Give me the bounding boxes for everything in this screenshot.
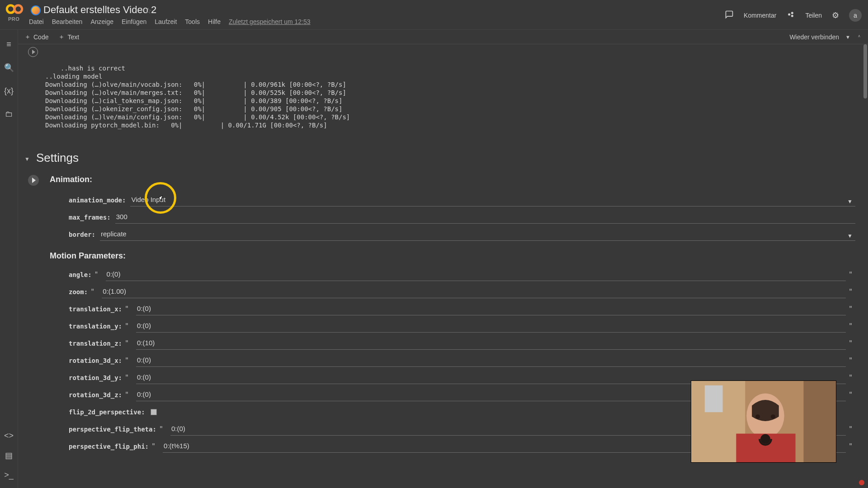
svg-point-11 [755,414,760,419]
quote-icon: " [846,425,855,433]
quote-icon: " [122,322,132,330]
dropdown-caret-icon: ▼ [847,233,853,239]
vertical-scrollbar[interactable] [863,44,867,99]
share-button[interactable]: Teilen [805,12,822,19]
quote-icon: " [122,391,132,399]
comment-icon[interactable] [725,10,734,21]
svg-point-2 [788,13,791,15]
svg-rect-7 [803,381,836,462]
animation-mode-label: animation_mode: [69,197,126,204]
collapse-toolbar-icon[interactable]: ＾ [857,33,862,40]
menu-runtime[interactable]: Laufzeit [155,18,177,25]
translation-y-label: translation_y: [69,323,122,330]
quote-icon: " [846,442,855,450]
add-text-button[interactable]: ＋ Text [58,33,79,41]
share-icon[interactable] [786,10,795,21]
files-icon[interactable]: 🗀 [5,109,13,119]
code-snippets-icon[interactable]: <> [4,431,14,441]
section-title: Settings [36,151,859,165]
cell-output: ..hash is correct ..loading model Downlo… [18,44,868,141]
animation-heading: Animation: [50,175,855,184]
svg-point-4 [791,14,793,17]
reconnect-caret-icon[interactable]: ▼ [845,34,850,40]
quote-icon: " [122,339,132,347]
settings-icon[interactable]: ⚙ [832,10,839,20]
field-zoom: zoom: " " [50,282,855,300]
menu-insert[interactable]: Einfügen [122,18,146,25]
zoom-input[interactable] [102,286,846,298]
run-cell-button[interactable] [28,47,38,57]
toc-icon[interactable]: ≡ [6,40,11,49]
terminal-icon[interactable]: >_ [4,470,14,480]
star-icon[interactable]: ☆ [145,6,152,16]
menu-view[interactable]: Anzeige [90,18,113,25]
quote-icon: " [122,357,132,365]
field-translation-y: translation_y: " " [50,317,855,334]
border-select[interactable]: replicate ▼ [100,228,855,241]
variables-icon[interactable]: {x} [4,86,14,96]
angle-input[interactable] [106,268,846,281]
run-animation-button[interactable] [28,175,39,186]
notebook-toolbar: ＋ Code ＋ Text Wieder verbinden ▼ ＾ [18,30,868,44]
quote-icon: " [846,374,855,382]
menu-file[interactable]: Datei [29,18,44,25]
translation-x-input[interactable] [136,303,846,315]
field-translation-x: translation_x: " " [50,300,855,317]
colab-logo [5,2,24,16]
quote-icon: " [92,271,101,279]
border-value: replicate [101,230,127,238]
comment-button[interactable]: Kommentar [744,12,776,19]
animation-mode-select[interactable]: Video Input ▼ [130,194,855,206]
document-title[interactable]: Defaukt erstelltes Video 2 [43,4,156,16]
flip-phi-label: perspective_flip_phi: [69,443,149,450]
add-code-button[interactable]: ＋ Code [24,33,48,41]
mouse-cursor-icon [159,196,165,205]
menu-help[interactable]: Hilfe [208,18,221,25]
rotation-3d-x-label: rotation_3d_x: [69,357,122,364]
left-rail: ≡ 🔍 {x} 🗀 <> ▤ >_ [0,30,18,488]
quote-icon: " [846,305,855,313]
angle-label: angle: [69,271,92,278]
quote-icon: " [122,374,132,382]
border-label: border: [69,231,95,238]
flip-2d-label: flip_2d_perspective: [69,408,145,416]
search-icon[interactable]: 🔍 [4,63,14,73]
svg-rect-8 [705,385,723,412]
reconnect-button[interactable]: Wieder verbinden [789,33,839,41]
field-animation-mode: animation_mode: Video Input ▼ [50,191,855,208]
autosave-status[interactable]: Zuletzt gespeichert um 12:53 [229,18,311,25]
header-actions: Kommentar Teilen ⚙ a [725,9,862,22]
section-caret-icon[interactable]: ▼ [24,156,30,162]
translation-x-label: translation_x: [69,305,122,313]
field-rotation-3d-x: rotation_3d_x: " " [50,351,855,368]
flip-2d-checkbox[interactable] [151,409,157,415]
quote-icon: " [846,322,855,330]
quote-icon: " [846,271,855,279]
field-translation-z: translation_z: " " [50,334,855,351]
rotation-3d-y-label: rotation_3d_y: [69,374,122,381]
pro-badge: PRO [8,16,19,22]
translation-z-input[interactable] [136,337,846,350]
section-settings: ▼ Settings [18,141,868,167]
svg-point-3 [791,12,793,14]
svg-point-12 [771,414,775,419]
field-border: border: replicate ▼ [50,225,855,242]
translation-y-input[interactable] [136,320,846,333]
status-indicator-icon [859,480,864,485]
app-header: PRO Defaukt erstelltes Video 2 ☆ Datei B… [0,0,868,30]
menu-edit[interactable]: Bearbeiten [52,18,83,25]
add-code-label: Code [33,33,48,41]
add-text-label: Text [67,33,79,41]
rotation-3d-x-input[interactable] [136,354,846,367]
menu-tools[interactable]: Tools [185,18,200,25]
field-max-frames: max_frames: [50,208,855,225]
quote-icon: " [88,288,97,296]
quote-icon: " [846,391,855,399]
command-palette-icon[interactable]: ▤ [5,450,13,460]
account-avatar[interactable]: a [849,9,862,22]
menu-bar: Datei Bearbeiten Anzeige Einfügen Laufze… [29,18,311,25]
max-frames-input[interactable] [115,211,855,224]
drive-file-icon [31,5,41,15]
rotation-3d-z-label: rotation_3d_z: [69,391,122,399]
svg-point-13 [760,434,770,444]
